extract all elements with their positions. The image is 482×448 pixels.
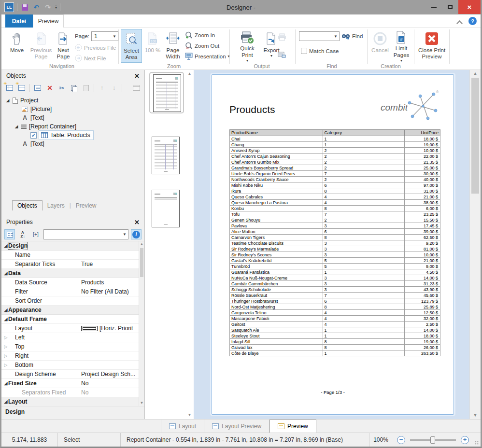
cut-button[interactable]: ✂ [57,84,66,92]
info-button[interactable]: i [131,229,142,239]
scroll-up-icon[interactable]: ▲ [186,71,193,77]
sort-alphabetical-button[interactable]: AZ↓ [17,229,28,239]
close-print-preview-button[interactable]: Close Print Preview [416,29,448,63]
toolbar-options-icon[interactable]: ▾ [55,5,57,10]
print-button[interactable] [278,33,286,41]
close-button[interactable]: × [458,0,481,14]
tab-preview-active[interactable]: Preview [269,420,316,433]
expanded-arrow-icon[interactable]: ◢ [3,271,8,276]
categorized-view-button[interactable] [4,229,15,239]
tab-layout[interactable]: Layout [161,420,204,433]
limit-pages-button[interactable]: # Limit Pages ▾ [391,29,412,63]
scrollbar-thumb[interactable] [140,248,143,277]
delete-button[interactable]: ✕ [45,84,54,92]
scroll-down-icon[interactable]: ▼ [139,400,144,406]
property-filter-combo[interactable]: ▼ [43,229,128,239]
property-value[interactable]: [Horiz. Priorit [81,325,138,332]
close-icon[interactable]: ✕ [134,219,140,226]
expanded-arrow-icon[interactable]: ◢ [3,243,8,248]
property-value[interactable]: No Filter (All Data) [81,288,138,295]
preview-vertical-scrollbar[interactable]: ▲ ▼ [469,70,481,419]
expand-all-button[interactable]: [+] [30,229,41,239]
property-row[interactable]: FilterNo Filter (All Data) [1,287,144,296]
thumbnail-page-1[interactable] [149,72,184,113]
zoom-in-button[interactable]: Zoom In [185,31,215,39]
collapsed-arrow-icon[interactable]: ▷ [3,344,8,349]
move-up-button[interactable]: ↑ [98,84,106,92]
property-row-expandable[interactable]: ▷Right [1,351,144,361]
thumbnail-scrollbar[interactable]: ▲ ▼ [186,70,193,419]
redo-button[interactable]: ↷ [43,3,52,12]
collapsed-arrow-icon[interactable]: ▷ [3,335,8,340]
property-value[interactable]: Project Design Sch... [81,371,138,378]
thumbnail-page-3[interactable] [152,190,180,227]
zoom-out-button[interactable]: − [397,436,405,444]
help-icon[interactable]: ? [468,17,477,25]
zoom-out-button[interactable]: Zoom Out [185,42,219,50]
dock-tab-objects[interactable]: Objects [12,200,43,210]
save-button[interactable] [20,3,29,12]
tree-node-project[interactable]: ◢ Project [1,96,144,105]
previous-file-button[interactable]: Previous File [75,44,116,51]
expanded-arrow-icon[interactable]: ◢ [14,124,19,129]
property-value[interactable]: Products [81,279,138,286]
cancel-button[interactable]: Cancel [369,29,391,63]
property-row[interactable]: Name [1,251,144,260]
scrollbar-thumb[interactable] [471,78,479,194]
page-width-button[interactable]: Page Width [163,29,183,63]
property-row-expandable[interactable]: ▷Bottom [1,361,144,370]
close-icon[interactable]: ✕ [134,72,140,80]
scroll-up-icon[interactable]: ▲ [470,70,481,77]
find-button[interactable]: Find [341,33,363,40]
scroll-up-icon[interactable]: ▲ [139,241,144,247]
property-value[interactable]: No [81,380,138,387]
page-number-combo[interactable]: 1 ▼ [91,31,118,41]
property-row[interactable]: Data SourceProducts [1,278,144,287]
expanded-arrow-icon[interactable]: ◢ [3,308,8,312]
next-file-button[interactable]: Next File [75,55,106,62]
property-group[interactable]: ◢Design [1,241,144,251]
report-page[interactable]: Prouducts combit ® [212,74,454,415]
insert-table-button[interactable]: ✳ [5,84,14,92]
properties-button[interactable] [33,84,42,92]
expanded-arrow-icon[interactable]: ◢ [3,381,8,386]
property-group[interactable]: ◢Data [1,269,144,278]
tree-node-report-container[interactable]: ◢ [Report Container] [1,122,144,131]
paste-button[interactable] [82,84,90,92]
quick-print-button[interactable]: Quick Print ▾ [235,29,259,63]
tree-node-picture[interactable]: [Picture] [1,105,144,113]
property-group[interactable]: ◢Layout [1,397,144,406]
property-row-expandable[interactable]: ▷Left [1,333,144,342]
insert-table-alt-button[interactable]: ✳ [17,84,26,92]
scroll-down-icon[interactable]: ▼ [470,412,481,419]
next-page-button[interactable]: Next Page [54,29,73,63]
collapse-ribbon-icon[interactable] [457,19,463,23]
selected-node[interactable]: Table: Products [39,131,93,140]
tab-layout-preview[interactable]: Layout Preview [204,420,269,433]
scroll-down-icon[interactable]: ▼ [186,412,193,418]
tab-file[interactable]: Datei [5,14,33,28]
move-button[interactable]: Move [6,29,28,63]
property-value[interactable]: True [81,261,138,267]
expanded-arrow-icon[interactable]: ◢ [3,317,8,322]
zoom-slider-thumb[interactable] [430,436,435,444]
maximize-button[interactable] [442,0,458,14]
expanded-arrow-icon[interactable]: ◢ [5,98,10,103]
zoom-100-button[interactable]: 100 100 % [143,29,162,63]
undo-button[interactable]: ↶ [32,3,41,12]
expanded-arrow-icon[interactable]: ◢ [3,399,8,404]
tree-node-table-products[interactable]: ✓ Table: Products [1,131,144,140]
app-logo-icon[interactable]: LL [4,2,14,12]
property-row-expandable[interactable]: ▷Top [1,342,144,351]
tree-node-text2[interactable]: A [Text] [1,140,144,148]
resize-grip[interactable] [474,440,479,445]
property-row[interactable]: Layout[Horiz. Priorit [1,324,144,333]
property-subgroup[interactable]: ◢Fixed SizeNo [1,379,144,388]
properties-scrollbar[interactable]: ▲ ▼ [139,241,144,406]
dialog-button[interactable] [132,84,141,92]
select-area-button[interactable]: Select Area [121,29,142,63]
match-case-checkbox[interactable]: Match Case [301,48,339,54]
property-row[interactable]: Sort Order [1,296,144,306]
collapsed-arrow-icon[interactable]: ▷ [3,363,8,367]
property-subgroup[interactable]: ◢Default Frame [1,315,144,324]
